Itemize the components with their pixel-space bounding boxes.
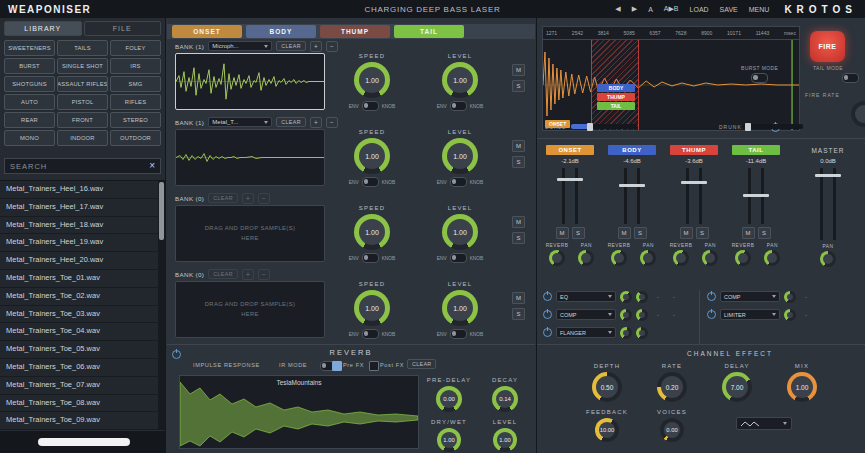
mixer-channel-thump[interactable]: THUMP xyxy=(670,145,718,155)
fx-knob[interactable] xyxy=(784,291,796,303)
env-knob-toggle[interactable] xyxy=(450,177,467,187)
list-item[interactable]: Metal_Trainers_Heel_20.wav xyxy=(0,252,165,270)
category-button[interactable]: MONO xyxy=(4,130,55,146)
mixer-channel-tail[interactable]: TAIL xyxy=(732,145,780,155)
remove-sample-button[interactable]: − xyxy=(258,193,270,204)
menu-button[interactable]: MENU xyxy=(749,6,770,13)
mix-knob[interactable]: 1.00 xyxy=(787,372,817,402)
env-knob-toggle[interactable] xyxy=(362,329,379,339)
bank-drop-zone[interactable]: DRAG AND DROP SAMPLE(S) HERE xyxy=(175,281,325,338)
next-preset-button[interactable]: ▶ xyxy=(632,5,637,13)
category-button[interactable]: SWEETENERS xyxy=(4,40,55,56)
drunk-slider[interactable] xyxy=(743,124,803,129)
load-button[interactable]: LOAD xyxy=(690,6,709,13)
reverb-level-knob[interactable]: 1.00 xyxy=(493,428,517,452)
add-sample-button[interactable]: + xyxy=(310,117,322,128)
category-button[interactable]: RIFLES xyxy=(110,94,161,110)
thump-region-tag[interactable]: THUMP xyxy=(597,93,635,101)
scrollbar-thumb[interactable] xyxy=(159,182,164,240)
category-button[interactable]: IRS xyxy=(110,58,161,74)
add-sample-button[interactable]: + xyxy=(242,269,254,280)
list-item[interactable]: Metal_Trainers_Toe_08.wav xyxy=(0,395,165,413)
list-item[interactable]: Metal_Trainers_Toe_07.wav xyxy=(0,377,165,395)
search-input[interactable]: SEARCH × xyxy=(4,158,161,174)
speed-knob[interactable]: 1.00 xyxy=(354,214,390,250)
env-knob-toggle[interactable] xyxy=(362,253,379,263)
sample-select[interactable]: Metal_T... xyxy=(208,117,272,127)
fx-power-icon[interactable] xyxy=(543,328,552,337)
decay-knob[interactable]: 0.14 xyxy=(492,386,518,412)
tail-mode-toggle[interactable] xyxy=(842,73,859,83)
channel-fader[interactable] xyxy=(555,168,585,224)
tail-region-tag[interactable]: TAIL xyxy=(597,102,635,110)
list-item[interactable]: Metal_Trainers_Heel_19.wav xyxy=(0,234,165,252)
category-button[interactable]: REAR xyxy=(4,112,55,128)
list-item[interactable]: Metal_Trainers_Toe_09.wav xyxy=(0,412,165,430)
category-button[interactable]: FOLEY xyxy=(110,40,161,56)
post-fx-checkbox[interactable] xyxy=(369,361,379,371)
list-item[interactable]: Metal_Trainers_Toe_06.wav xyxy=(0,359,165,377)
lfo-shape-select[interactable] xyxy=(736,417,792,430)
list-item[interactable]: Metal_Trainers_Heel_16.wav xyxy=(0,181,165,199)
solo-button[interactable]: S xyxy=(696,227,709,239)
fx-knob[interactable] xyxy=(784,309,796,321)
mute-button[interactable]: M xyxy=(556,227,569,239)
impulse-response-display[interactable]: TeslaMountains xyxy=(179,375,419,449)
ir-clear-button[interactable]: CLEAR xyxy=(407,359,436,369)
list-item[interactable]: Metal_Trainers_Toe_05.wav xyxy=(0,341,165,359)
mute-button[interactable]: M xyxy=(618,227,631,239)
fx-power-icon[interactable] xyxy=(543,292,552,301)
tab-library[interactable]: LIBRARY xyxy=(4,21,82,36)
tab-body[interactable]: BODY xyxy=(246,25,316,38)
timeline-display[interactable]: ONSET BODY THUMP TAIL xyxy=(542,39,800,131)
category-button[interactable]: SINGLE SHOT xyxy=(57,58,108,74)
solo-button[interactable]: S xyxy=(634,227,647,239)
speed-knob[interactable]: 1.00 xyxy=(354,62,390,98)
speed-knob[interactable]: 1.00 xyxy=(354,290,390,326)
category-button[interactable]: SMG xyxy=(110,76,161,92)
fire-rate-knob[interactable] xyxy=(851,101,865,127)
reverb-power-icon[interactable] xyxy=(172,350,181,359)
list-item[interactable]: Metal_Trainers_Toe_02.wav xyxy=(0,288,165,306)
speed-knob[interactable]: 1.00 xyxy=(354,138,390,174)
solo-button[interactable]: S xyxy=(512,232,525,244)
mute-button[interactable]: M xyxy=(512,64,525,76)
fx-knob[interactable] xyxy=(620,291,632,303)
category-button[interactable]: TAILS xyxy=(57,40,108,56)
category-button[interactable]: STEREO xyxy=(110,112,161,128)
fx-power-icon[interactable] xyxy=(707,292,716,301)
mute-button[interactable]: M xyxy=(512,216,525,228)
mixer-channel-body[interactable]: BODY xyxy=(608,145,656,155)
mute-button[interactable]: M xyxy=(680,227,693,239)
predelay-knob[interactable]: 0.00 xyxy=(436,386,462,412)
fx-knob[interactable] xyxy=(636,309,648,321)
sample-select[interactable]: Microph... xyxy=(208,41,272,51)
fx-knob[interactable] xyxy=(620,309,632,321)
voices-knob[interactable]: 0.00 xyxy=(660,418,684,442)
mute-button[interactable]: M xyxy=(742,227,755,239)
pan-knob[interactable] xyxy=(640,250,656,266)
pan-knob[interactable] xyxy=(764,250,780,266)
clear-search-icon[interactable]: × xyxy=(149,161,155,171)
fx-knob[interactable] xyxy=(636,327,648,339)
list-item[interactable]: Metal_Trainers_Toe_03.wav xyxy=(0,306,165,324)
solo-button[interactable]: S xyxy=(512,80,525,92)
solo-button[interactable]: S xyxy=(512,308,525,320)
category-button[interactable]: ASSAULT RIFLES xyxy=(57,76,108,92)
list-item[interactable]: Metal_Trainers_Heel_17.wav xyxy=(0,199,165,217)
scrollbar-thumb[interactable] xyxy=(38,438,130,446)
mixer-channel-onset[interactable]: ONSET xyxy=(546,145,594,155)
save-button[interactable]: SAVE xyxy=(720,6,738,13)
list-item[interactable]: Metal_Trainers_Toe_04.wav xyxy=(0,323,165,341)
remove-sample-button[interactable]: − xyxy=(258,269,270,280)
reverb-send-knob[interactable] xyxy=(611,250,627,266)
level-knob[interactable]: 1.00 xyxy=(442,290,478,326)
category-button[interactable]: BURST xyxy=(4,58,55,74)
fx-knob[interactable] xyxy=(620,327,632,339)
env-knob-toggle[interactable] xyxy=(450,329,467,339)
channel-fader[interactable] xyxy=(679,168,709,224)
add-sample-button[interactable]: + xyxy=(310,41,322,52)
channel-fader[interactable] xyxy=(617,168,647,224)
clear-button[interactable]: CLEAR xyxy=(276,117,305,127)
category-button[interactable]: FRONT xyxy=(57,112,108,128)
